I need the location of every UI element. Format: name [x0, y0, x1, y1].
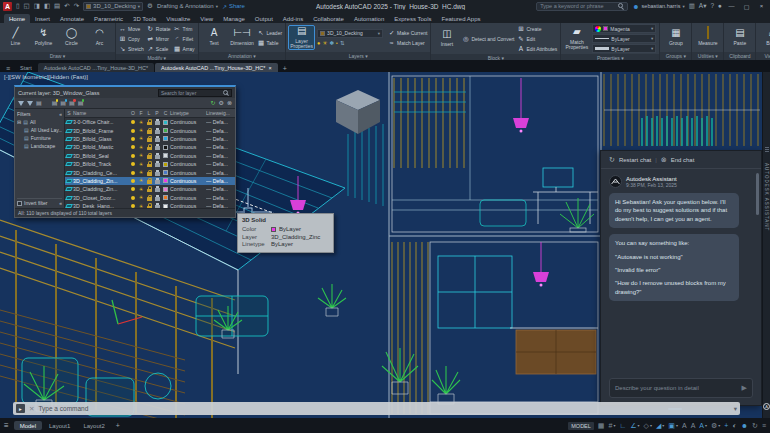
- layer-lock-icon[interactable]: [145, 195, 153, 201]
- command-line[interactable]: ▸ ✕ Type a command ▾: [13, 402, 740, 415]
- user-presence-icon[interactable]: ☻: [741, 422, 748, 429]
- assistant-side-tab[interactable]: AUTODESK ASSISTANT: [764, 163, 769, 231]
- minimize-button[interactable]: —: [726, 3, 737, 9]
- ortho-icon[interactable]: ∟: [619, 422, 626, 429]
- panel-layers-label[interactable]: Layers ▾: [286, 52, 430, 60]
- search-input[interactable]: Type a keyword or phrase: [536, 2, 628, 11]
- save-icon[interactable]: ◨: [34, 3, 40, 10]
- col-p[interactable]: P: [153, 110, 161, 116]
- col-f[interactable]: F: [137, 110, 145, 116]
- arc-button[interactable]: ◠Arc: [87, 28, 112, 46]
- panel-annotation-label[interactable]: Annotation ▾: [199, 52, 286, 60]
- suggestion-1[interactable]: "Invalid file error": [615, 266, 733, 274]
- model-space-toggle[interactable]: MODEL: [568, 422, 594, 430]
- file-tabs-menu-icon[interactable]: ≡: [2, 65, 14, 72]
- circle-button[interactable]: ◯Circle: [59, 28, 84, 46]
- suggestion-0[interactable]: "Autosave is not working": [615, 253, 733, 261]
- restart-chat-button[interactable]: Restart chat: [619, 157, 651, 163]
- ribbon-tab-manage[interactable]: Manage: [218, 14, 250, 23]
- dimension-button[interactable]: ⊢⊣Dimension: [230, 28, 255, 46]
- layer-dropdown[interactable]: 3D_10_Decking ▾: [317, 29, 383, 38]
- layer-row[interactable]: 3D_Bifold_Track☀Continuous— Defa...: [65, 160, 235, 168]
- layer-walk-icon[interactable]: ⇅: [340, 40, 345, 46]
- ribbon-tab-visualize[interactable]: Visualize: [161, 14, 195, 23]
- layer-color-swatch[interactable]: [161, 120, 170, 125]
- layer-on-icon[interactable]: [129, 171, 137, 175]
- panel-grip-icon[interactable]: [765, 146, 769, 153]
- measure-button[interactable]: Measure: [695, 28, 720, 46]
- layer-row[interactable]: 3-0-Office Chair...☀Continuous— Defa...: [65, 118, 235, 126]
- sync-icon[interactable]: ↻: [752, 422, 758, 429]
- ribbon-tab-featured-apps[interactable]: Featured Apps: [436, 14, 485, 23]
- panel-view-label[interactable]: View ▾: [756, 52, 770, 60]
- new-property-filter-icon[interactable]: [18, 101, 24, 106]
- autocad-logo[interactable]: A: [3, 2, 12, 11]
- edit-block-button[interactable]: ✎Edit: [518, 34, 558, 43]
- layer-isolate-icon[interactable]: ☀: [322, 40, 327, 46]
- layer-plot-icon[interactable]: [153, 119, 161, 125]
- ribbon-tab-parametric[interactable]: Parametric: [89, 14, 128, 23]
- group-button[interactable]: ▦ Group: [663, 28, 688, 46]
- linetype-dropdown[interactable]: ByLayer ▾: [592, 34, 656, 43]
- layer-freeze-icon[interactable]: ☀: [137, 145, 145, 150]
- annotation-visibility-icon[interactable]: A: [682, 422, 687, 429]
- snap-icon[interactable]: #▾: [608, 422, 615, 429]
- trim-button[interactable]: ✂Trim: [174, 24, 195, 33]
- maximize-button[interactable]: ▢: [741, 3, 752, 10]
- layer-freeze-icon[interactable]: ☀: [137, 162, 145, 167]
- col-l[interactable]: L: [145, 110, 153, 116]
- layout-tab-model[interactable]: Model: [14, 421, 42, 430]
- layer-row[interactable]: 3D_Cladding_Zin...☀Continuous— Defa...: [65, 185, 235, 193]
- layer-lock-icon[interactable]: [145, 128, 153, 134]
- layer-lock-icon[interactable]: [145, 119, 153, 125]
- make-current-button[interactable]: ✓Make Current: [388, 28, 427, 37]
- ribbon-tab-view[interactable]: View: [195, 14, 218, 23]
- match-properties-button[interactable]: ▰ Match Properties: [564, 27, 589, 51]
- new-layer-icon[interactable]: ▤: [52, 100, 58, 106]
- layer-plot-icon[interactable]: [153, 186, 161, 192]
- layer-lock-icon[interactable]: [145, 144, 153, 150]
- layer-plot-icon[interactable]: [153, 195, 161, 201]
- layer-on-icon[interactable]: [129, 129, 137, 133]
- layer-row[interactable]: 3D_Cladding_Ce...☀Continuous— Defa...: [65, 168, 235, 176]
- layer-on-icon[interactable]: [129, 187, 137, 191]
- new-layout-button[interactable]: +: [113, 422, 123, 429]
- layer-states-icon[interactable]: ▤: [36, 100, 42, 106]
- edit-attributes-button[interactable]: AEdit Attributes: [518, 44, 558, 53]
- annotation-scale-icon[interactable]: A▾: [699, 422, 707, 429]
- filter-tree-item-1[interactable]: ▤Furniture: [17, 134, 62, 142]
- layer-plot-icon[interactable]: [153, 153, 161, 159]
- detect-and-convert-button[interactable]: ◎Detect and Convert: [462, 34, 514, 43]
- layer-row[interactable]: 3D_Bifold_Glass☀Continuous— Defa...: [65, 135, 235, 143]
- layer-on-icon[interactable]: [129, 179, 137, 183]
- isodraft-icon[interactable]: ◇▾: [644, 422, 652, 429]
- search-icon[interactable]: [618, 3, 624, 9]
- new-layer-vp-frozen-icon[interactable]: ▤: [60, 100, 66, 106]
- layer-freeze-icon[interactable]: ☀: [137, 178, 145, 183]
- collapse-filters-icon[interactable]: «: [59, 111, 62, 117]
- layer-freeze-icon[interactable]: ☀: [137, 187, 145, 192]
- expand-icon[interactable]: ⊟: [17, 119, 21, 125]
- col-c[interactable]: C: [161, 110, 170, 116]
- rotate-button[interactable]: ↻Rotate: [147, 24, 171, 33]
- scale-button[interactable]: ↗Scale: [147, 44, 171, 53]
- layer-lock-icon[interactable]: ▪: [336, 40, 338, 46]
- assistant-scrollbar[interactable]: [756, 173, 759, 215]
- save-as-icon[interactable]: ◧: [44, 3, 50, 10]
- move-button[interactable]: ↔Move: [119, 24, 144, 33]
- layer-table-header[interactable]: SNameOFLPCLinetypeLineweig...: [65, 109, 235, 118]
- layer-color-swatch[interactable]: [161, 170, 170, 175]
- ribbon-tab-automation[interactable]: Automation: [349, 14, 389, 23]
- assistant-question-input[interactable]: Describe your question in detail ▶: [609, 378, 753, 398]
- stretch-button[interactable]: ↘Stretch: [119, 44, 144, 53]
- ribbon-tab-home[interactable]: Home: [4, 14, 30, 23]
- fillet-button[interactable]: ◜Fillet: [174, 34, 195, 43]
- layer-color-swatch[interactable]: [161, 128, 170, 133]
- 3d-osnap-icon[interactable]: ▣▾: [668, 422, 678, 429]
- delete-layer-icon[interactable]: ▤: [69, 100, 75, 106]
- settings-icon[interactable]: ⚙: [219, 100, 224, 106]
- customize-icon[interactable]: ≡: [762, 422, 766, 429]
- lineweight-dropdown[interactable]: ByLayer ▾: [592, 44, 656, 53]
- col-s[interactable]: S: [65, 110, 73, 116]
- command-history-caret[interactable]: ▾: [734, 405, 737, 413]
